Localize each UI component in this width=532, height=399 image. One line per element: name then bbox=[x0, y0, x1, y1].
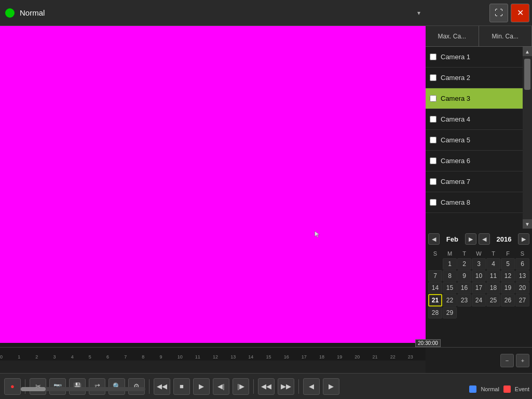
max-camera-button[interactable]: Max. Ca... bbox=[426, 26, 479, 46]
camera-checkbox-5[interactable] bbox=[430, 137, 436, 143]
cal-day-16[interactable]: 16 bbox=[457, 282, 471, 294]
prev-month-button[interactable]: ◀ bbox=[428, 233, 440, 245]
slow-back-button[interactable]: ◀◀ bbox=[258, 378, 275, 395]
cal-day-27[interactable]: 27 bbox=[515, 294, 529, 307]
camera-item-1[interactable]: Camera 1 bbox=[426, 47, 523, 68]
prev-year-button[interactable]: ◀ bbox=[479, 233, 490, 245]
cal-dow-T-4: T bbox=[486, 249, 500, 258]
step-back-button[interactable]: ◀ bbox=[303, 378, 320, 395]
camera-checkbox-6[interactable] bbox=[430, 157, 436, 164]
tick-label-20: 20 bbox=[354, 354, 360, 360]
cal-day-2[interactable]: 2 bbox=[457, 258, 471, 270]
tick-label-8: 8 bbox=[142, 354, 144, 360]
camera-item-4[interactable]: Camera 4 bbox=[426, 109, 523, 130]
close-button[interactable]: ✕ bbox=[511, 4, 529, 22]
separator-1 bbox=[25, 379, 25, 394]
svg-marker-0 bbox=[315, 231, 320, 237]
cal-day-8[interactable]: 8 bbox=[443, 270, 457, 282]
cal-day-14[interactable]: 14 bbox=[428, 282, 442, 294]
scroll-down-button[interactable]: ▼ bbox=[523, 219, 532, 229]
tick-label-2: 2 bbox=[35, 354, 38, 360]
cal-week-row-3: 21222324252627 bbox=[428, 294, 529, 307]
min-camera-button[interactable]: Min. Ca... bbox=[479, 26, 533, 46]
camera-item-3[interactable]: Camera 3 bbox=[426, 88, 523, 109]
camera-checkbox-4[interactable] bbox=[430, 116, 436, 123]
tick-label-16: 16 bbox=[284, 354, 289, 360]
next-year-button[interactable]: ▶ bbox=[518, 233, 529, 245]
camera-checkbox-8[interactable] bbox=[430, 199, 436, 206]
next-frame-button[interactable]: |▶ bbox=[233, 378, 249, 395]
settings-button[interactable]: ⚙ bbox=[128, 378, 145, 395]
maximize-button[interactable]: ⛶ bbox=[489, 4, 508, 22]
cal-day-29[interactable]: 29 bbox=[443, 307, 457, 318]
cal-day-20[interactable]: 20 bbox=[515, 282, 529, 294]
camera-item-2[interactable]: Camera 2 bbox=[426, 68, 523, 88]
scroll-track bbox=[524, 90, 530, 219]
camera-item-8[interactable]: Camera 8 bbox=[426, 192, 523, 213]
camera-checkbox-3[interactable] bbox=[430, 95, 436, 102]
cal-day-22[interactable]: 22 bbox=[443, 294, 457, 307]
timeline-minus-button[interactable]: − bbox=[500, 354, 514, 367]
camera-item-7[interactable]: Camera 7 bbox=[426, 171, 523, 192]
step-fwd-button[interactable]: ▶ bbox=[323, 378, 339, 395]
scroll-thumb[interactable] bbox=[524, 59, 530, 90]
action-button[interactable]: ⇄ bbox=[89, 378, 105, 395]
cal-day-15[interactable]: 15 bbox=[443, 282, 457, 294]
record-button[interactable]: ● bbox=[4, 378, 21, 395]
prev-frame-button[interactable]: ◀| bbox=[213, 378, 229, 395]
tick-label-13: 13 bbox=[230, 354, 236, 360]
cal-day-23[interactable]: 23 bbox=[457, 294, 471, 307]
timeline-plus-button[interactable]: + bbox=[516, 354, 529, 367]
skip-back-button[interactable]: ◀◀ bbox=[154, 378, 170, 395]
playback-bar[interactable] bbox=[21, 387, 145, 391]
cal-day-19[interactable]: 19 bbox=[501, 282, 515, 294]
cal-week-row-4: 2829 bbox=[428, 307, 529, 318]
cal-day-empty-4-6 bbox=[515, 307, 529, 318]
cal-day-17[interactable]: 17 bbox=[472, 282, 486, 294]
cal-day-3[interactable]: 3 bbox=[472, 258, 486, 270]
cal-day-24[interactable]: 24 bbox=[472, 294, 486, 307]
cal-day-25[interactable]: 25 bbox=[486, 294, 500, 307]
cal-day-5[interactable]: 5 bbox=[501, 258, 515, 270]
cal-day-21[interactable]: 21 bbox=[428, 294, 442, 307]
cal-day-7[interactable]: 7 bbox=[428, 270, 442, 282]
tick-label-0: 0 bbox=[0, 354, 3, 360]
cal-day-empty-0-0 bbox=[428, 258, 442, 270]
camera-item-5[interactable]: Camera 5 bbox=[426, 130, 523, 151]
cal-day-28[interactable]: 28 bbox=[428, 307, 442, 318]
save-button[interactable]: 💾 bbox=[69, 378, 86, 395]
camera-item-6[interactable]: Camera 6 bbox=[426, 151, 523, 171]
cal-day-11[interactable]: 11 bbox=[486, 270, 500, 282]
next-month-button[interactable]: ▶ bbox=[465, 233, 476, 245]
calendar-weeks: 1234567891011121314151617181920212223242… bbox=[428, 258, 529, 330]
tick-label-6: 6 bbox=[106, 354, 109, 360]
play-button[interactable]: ▶ bbox=[193, 378, 210, 395]
cal-day-18[interactable]: 18 bbox=[486, 282, 500, 294]
photo-button[interactable]: 📷 bbox=[49, 378, 66, 395]
cal-day-13[interactable]: 13 bbox=[515, 270, 529, 282]
camera-checkbox-2[interactable] bbox=[430, 74, 436, 81]
scroll-up-button[interactable]: ▲ bbox=[523, 47, 532, 56]
cal-day-26[interactable]: 26 bbox=[501, 294, 515, 307]
camera-checkbox-1[interactable] bbox=[430, 54, 436, 60]
camera-name-2: Camera 2 bbox=[441, 74, 470, 82]
cal-day-4[interactable]: 4 bbox=[486, 258, 500, 270]
tick-label-1: 1 bbox=[18, 354, 20, 360]
cal-day-9[interactable]: 9 bbox=[457, 270, 471, 282]
dropdown-arrow-icon[interactable]: ▾ bbox=[417, 9, 420, 17]
timeline-track[interactable] bbox=[0, 361, 426, 374]
tick-label-9: 9 bbox=[160, 354, 162, 360]
cal-day-6[interactable]: 6 bbox=[515, 258, 529, 270]
stop-button[interactable]: ■ bbox=[173, 378, 190, 395]
event-legend-label: Event bbox=[515, 386, 529, 392]
cal-day-1[interactable]: 1 bbox=[443, 258, 457, 270]
cut-button[interactable]: ✂ bbox=[30, 378, 46, 395]
camera-checkbox-7[interactable] bbox=[430, 178, 436, 185]
event-legend-dot bbox=[503, 385, 511, 393]
cal-day-10[interactable]: 10 bbox=[472, 270, 486, 282]
camera-scrollbar[interactable]: ▲ ▼ bbox=[523, 47, 532, 229]
cal-day-empty-5-2 bbox=[457, 319, 471, 330]
cal-day-12[interactable]: 12 bbox=[501, 270, 515, 282]
zoom-button[interactable]: 🔍 bbox=[108, 378, 125, 395]
slow-fwd-button[interactable]: ▶▶ bbox=[278, 378, 294, 395]
